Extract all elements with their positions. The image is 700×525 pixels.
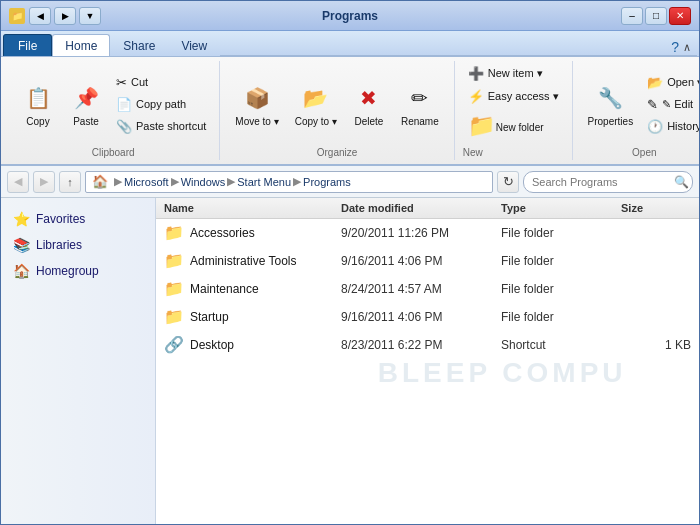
copy-path-button[interactable]: 📄 Copy path — [111, 94, 211, 115]
address-path[interactable]: 🏠 ▶ Microsoft ▶ Windows ▶ Start Menu ▶ P… — [85, 171, 493, 193]
path-windows[interactable]: Windows — [181, 176, 226, 188]
maximize-button[interactable]: □ — [645, 7, 667, 25]
file-name: 🔗 Desktop — [164, 335, 341, 354]
table-row[interactable]: 🔗 Desktop 8/23/2011 6:22 PM Shortcut 1 K… — [156, 331, 699, 359]
rename-button[interactable]: ✏ Rename — [394, 77, 446, 132]
cut-icon: ✂ — [116, 75, 127, 90]
file-date: 8/23/2011 6:22 PM — [341, 338, 501, 352]
file-rows: 📁 Accessories 9/20/2011 11:26 PM File fo… — [156, 219, 699, 359]
file-date: 9/20/2011 11:26 PM — [341, 226, 501, 240]
file-type: Shortcut — [501, 338, 621, 352]
paste-button[interactable]: 📌 Paste — [63, 77, 109, 132]
table-row[interactable]: 📁 Maintenance 8/24/2011 4:57 AM File fol… — [156, 275, 699, 303]
path-microsoft[interactable]: Microsoft — [124, 176, 169, 188]
title-bar-buttons: – □ ✕ — [621, 7, 691, 25]
file-type: File folder — [501, 226, 621, 240]
open-buttons: 🔧 Properties 📂 Open ▾ ✎ ✎ Edit 🕐 History — [581, 63, 700, 145]
table-row[interactable]: 📁 Administrative Tools 9/16/2011 4:06 PM… — [156, 247, 699, 275]
nav-homegroup[interactable]: 🏠 Homegroup — [1, 258, 155, 284]
paste-shortcut-icon: 📎 — [116, 119, 132, 134]
delete-button[interactable]: ✖ Delete — [346, 77, 392, 132]
main-area: ⭐ Favorites 📚 Libraries 🏠 Homegroup Name… — [1, 198, 699, 525]
close-button[interactable]: ✕ — [669, 7, 691, 25]
rename-icon: ✏ — [404, 82, 436, 114]
paste-shortcut-button[interactable]: 📎 Paste shortcut — [111, 116, 211, 137]
copy-to-button[interactable]: 📂 Copy to ▾ — [288, 77, 344, 132]
open-label: Open — [632, 147, 656, 158]
edit-button[interactable]: ✎ ✎ Edit — [642, 94, 700, 115]
folder-icon: 📁 — [164, 307, 184, 326]
title-bar-left: 📁 ◀ ▶ ▼ — [9, 7, 101, 25]
file-date: 9/16/2011 4:06 PM — [341, 254, 501, 268]
edit-icon: ✎ — [647, 97, 658, 112]
col-type[interactable]: Type — [501, 202, 621, 214]
open-col: 📂 Open ▾ ✎ ✎ Edit 🕐 History — [642, 72, 700, 137]
organize-buttons: 📦 Move to ▾ 📂 Copy to ▾ ✖ Delete ✏ Renam… — [228, 63, 445, 145]
search-icon: 🔍 — [674, 175, 689, 189]
tab-share[interactable]: Share — [110, 34, 168, 56]
path-programs[interactable]: Programs — [303, 176, 351, 188]
ribbon-group-organize: 📦 Move to ▾ 📂 Copy to ▾ ✖ Delete ✏ Renam… — [220, 61, 454, 160]
clipboard-buttons: 📋 Copy 📌 Paste ✂ Cut 📄 Copy path 📎 Past — [15, 63, 211, 145]
path-startmenu[interactable]: Start Menu — [237, 176, 291, 188]
file-name-text: Maintenance — [190, 282, 259, 296]
col-date[interactable]: Date modified — [341, 202, 501, 214]
copy-button[interactable]: 📋 Copy — [15, 77, 61, 132]
path-sep-3: ▶ — [293, 175, 301, 188]
window-title: Programs — [322, 9, 378, 23]
watermark: BLEEP COMPU — [378, 357, 627, 389]
col-name[interactable]: Name — [164, 202, 341, 214]
nav-libraries[interactable]: 📚 Libraries — [1, 232, 155, 258]
delete-icon: ✖ — [353, 82, 385, 114]
address-bar: ◀ ▶ ↑ 🏠 ▶ Microsoft ▶ Windows ▶ Start Me… — [1, 166, 699, 198]
organize-label: Organize — [317, 147, 358, 158]
file-date: 9/16/2011 4:06 PM — [341, 310, 501, 324]
help-icon[interactable]: ? — [671, 39, 679, 55]
open-button[interactable]: 📂 Open ▾ — [642, 72, 700, 93]
path-sep-0: ▶ — [114, 175, 122, 188]
table-row[interactable]: 📁 Startup 9/16/2011 4:06 PM File folder — [156, 303, 699, 331]
file-type: File folder — [501, 282, 621, 296]
favorites-icon: ⭐ — [13, 211, 30, 227]
properties-button[interactable]: 🔧 Properties — [581, 77, 641, 132]
file-type: File folder — [501, 310, 621, 324]
nav-favorites[interactable]: ⭐ Favorites — [1, 206, 155, 232]
forward-button[interactable]: ▶ — [33, 171, 55, 193]
up-button[interactable]: ↑ — [59, 171, 81, 193]
nav-favorites-label: Favorites — [36, 212, 85, 226]
table-row[interactable]: 📁 Accessories 9/20/2011 11:26 PM File fo… — [156, 219, 699, 247]
collapse-ribbon-icon[interactable]: ∧ — [683, 41, 691, 54]
copy-to-icon: 📂 — [300, 82, 332, 114]
refresh-button[interactable]: ↻ — [497, 171, 519, 193]
ribbon-group-open: 🔧 Properties 📂 Open ▾ ✎ ✎ Edit 🕐 History… — [573, 61, 700, 160]
folder-icon: 📁 — [164, 279, 184, 298]
nav-back-tb[interactable]: ◀ — [29, 7, 51, 25]
nav-pane: ⭐ Favorites 📚 Libraries 🏠 Homegroup — [1, 198, 156, 525]
ribbon: 📋 Copy 📌 Paste ✂ Cut 📄 Copy path 📎 Past — [1, 57, 699, 166]
search-input[interactable] — [532, 176, 670, 188]
move-to-icon: 📦 — [241, 82, 273, 114]
minimize-button[interactable]: – — [621, 7, 643, 25]
easy-access-button[interactable]: ⚡ Easy access ▾ — [463, 86, 564, 107]
easy-access-icon: ⚡ — [468, 89, 484, 104]
file-name-text: Desktop — [190, 338, 234, 352]
new-item-button[interactable]: ➕ New item ▾ — [463, 63, 548, 84]
tab-file[interactable]: File — [3, 34, 52, 56]
history-button[interactable]: 🕐 History — [642, 116, 700, 137]
libraries-icon: 📚 — [13, 237, 30, 253]
col-size[interactable]: Size — [621, 202, 691, 214]
nav-recent-tb[interactable]: ▼ — [79, 7, 101, 25]
file-name: 📁 Maintenance — [164, 279, 341, 298]
cut-button[interactable]: ✂ Cut — [111, 72, 211, 93]
file-list: Name Date modified Type Size 📁 Accessori… — [156, 198, 699, 525]
tab-home[interactable]: Home — [52, 34, 110, 56]
new-folder-button[interactable]: 📁 New folder — [463, 109, 549, 145]
window-icon: 📁 — [9, 8, 25, 24]
move-to-button[interactable]: 📦 Move to ▾ — [228, 77, 285, 132]
file-type: File folder — [501, 254, 621, 268]
nav-forward-tb[interactable]: ▶ — [54, 7, 76, 25]
new-item-icon: ➕ — [468, 66, 484, 81]
back-button[interactable]: ◀ — [7, 171, 29, 193]
tab-view[interactable]: View — [168, 34, 220, 56]
properties-icon: 🔧 — [594, 82, 626, 114]
